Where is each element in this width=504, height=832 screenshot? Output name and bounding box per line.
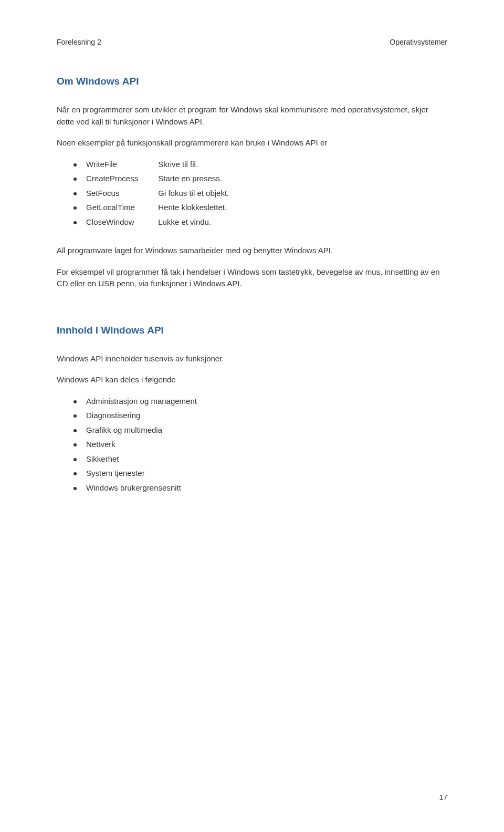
list-item: Windows brukergrensesnitt [57, 482, 447, 494]
body-paragraph: All programvare laget for Windows samarb… [57, 245, 447, 257]
section-title-innhold: Innhold i Windows API [57, 325, 447, 336]
examples-intro: Noen eksempler på funksjonskall programm… [57, 137, 447, 149]
api-function-name: CloseWindow [86, 216, 134, 228]
body-paragraph: Windows API kan deles i følgende [57, 374, 447, 386]
bullet-icon [74, 458, 77, 461]
intro-paragraph: Når en programmerer som utvikler et prog… [57, 104, 447, 128]
list-item: SetFocus [57, 188, 138, 200]
bullet-icon [74, 192, 77, 195]
body-paragraph: For eksempel vil programmer få tak i hen… [57, 266, 447, 290]
bullet-icon [74, 414, 77, 418]
bullet-icon [74, 429, 77, 432]
api-function-name: SetFocus [86, 188, 119, 200]
list-item: System tjenester [57, 467, 447, 480]
bullet-icon [74, 206, 77, 210]
list-item: Sikkerhet [57, 453, 447, 465]
list-item: Skrive til fil. [158, 159, 229, 171]
api-function-name: WriteFile [86, 159, 117, 171]
bullet-icon [74, 400, 77, 403]
section-title-om-windows-api: Om Windows API [57, 76, 447, 87]
api-function-desc: Gi fokus til et objekt. [158, 188, 229, 200]
api-function-list: WriteFile CreateProcess SetFocus GetLoca… [57, 159, 447, 228]
body-paragraph: Windows API inneholder tusenvis av funks… [57, 353, 447, 365]
list-item: Hente klokkeslettet. [158, 202, 229, 214]
bullet-icon [74, 178, 77, 181]
list-item-label: Grafikk og multimedia [86, 424, 162, 436]
page-header: Forelesning 2 Operativsystemer [57, 38, 447, 46]
list-item: Lukke et vindu. [158, 216, 229, 228]
header-right: Operativsystemer [390, 38, 447, 46]
list-item: Nettverk [57, 439, 447, 451]
list-item: Gi fokus til et objekt. [158, 188, 229, 200]
list-item: Starte en prosess. [158, 173, 229, 185]
list-item-label: Windows brukergrensesnitt [86, 482, 181, 494]
api-function-name: CreateProcess [86, 173, 138, 185]
list-item: Diagnostisering [57, 410, 447, 422]
list-item-label: System tjenester [86, 467, 145, 480]
api-function-desc-col: Skrive til fil. Starte en prosess. Gi fo… [158, 159, 229, 228]
list-item-label: Sikkerhet [86, 453, 119, 465]
category-list: Administrasjon og management Diagnostise… [57, 396, 447, 494]
list-item: WriteFile [57, 159, 138, 171]
api-function-desc: Starte en prosess. [158, 173, 222, 185]
bullet-icon [74, 487, 77, 490]
api-function-name: GetLocalTime [86, 202, 135, 214]
bullet-icon [74, 443, 77, 446]
api-function-desc: Skrive til fil. [158, 159, 198, 171]
list-item: GetLocalTime [57, 202, 138, 214]
bullet-icon [74, 163, 77, 167]
bullet-icon [74, 472, 77, 475]
list-item-label: Diagnostisering [86, 410, 140, 422]
list-item: Grafikk og multimedia [57, 424, 447, 436]
list-item: CloseWindow [57, 216, 138, 228]
list-item: CreateProcess [57, 173, 138, 185]
header-left: Forelesning 2 [57, 38, 101, 46]
api-function-names-col: WriteFile CreateProcess SetFocus GetLoca… [57, 159, 138, 228]
page-number: 17 [439, 793, 447, 802]
list-item-label: Nettverk [86, 439, 116, 451]
api-function-desc: Hente klokkeslettet. [158, 202, 227, 214]
list-item-label: Administrasjon og management [86, 396, 197, 408]
list-item: Administrasjon og management [57, 396, 447, 408]
api-function-desc: Lukke et vindu. [158, 216, 211, 228]
bullet-icon [74, 221, 77, 224]
